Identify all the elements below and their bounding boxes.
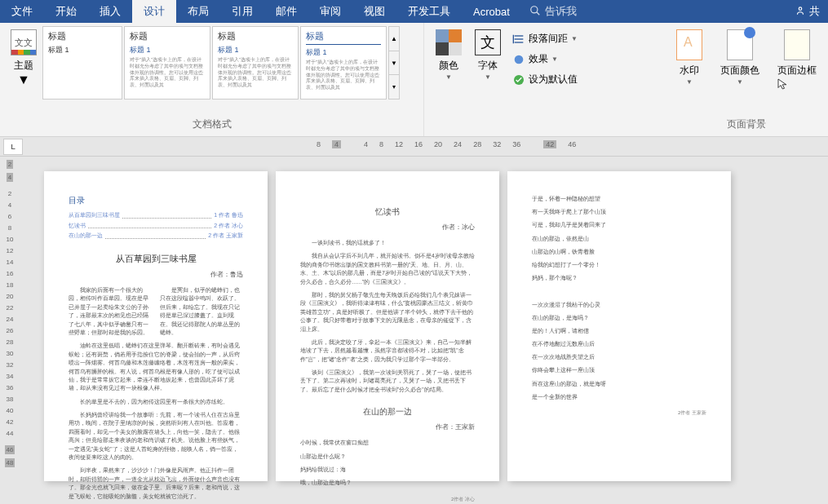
gallery-more-icon[interactable]: ▾ [389,75,399,99]
search-icon [529,5,541,19]
article-author: 作者：鲁迅 [69,270,243,280]
tab-insert[interactable]: 插入 [88,0,132,23]
doc-format-group-label: 文档格式 [5,116,418,133]
ruler-tick: 16 [414,140,423,148]
share-button[interactable]: 共 [786,4,828,19]
ruler-tick: 16 [7,270,14,277]
ruler-tick: 28 [7,338,14,346]
vertical-ruler[interactable]: 2424681012141618202224262830323436384042… [0,157,20,504]
tab-home[interactable]: 开始 [44,0,88,23]
set-default-button[interactable]: 设为默认值 [507,70,582,89]
ruler-tick: 28 [473,140,481,148]
paragraph-spacing-button[interactable]: 段落间距 ▼ [507,29,582,48]
chevron-down-icon: ▼ [737,78,743,86]
tab-file[interactable]: 文件 [0,0,44,23]
page-border-button[interactable]: 页面边框 [771,26,823,81]
colors-icon [436,29,462,55]
horizontal-ruler[interactable]: L 8448121620242832364246 [0,137,828,157]
tell-me-search[interactable]: 告诉我 [521,4,585,19]
ruler-tick: 26 [7,327,14,334]
ruler-tick: 2 [7,160,13,169]
page-bg-group-label: 页面背景 [670,116,823,133]
page-color-icon [727,29,753,60]
chevron-down-icon: ▼ [485,73,491,81]
themes-button[interactable]: 文文 主题 ▼ [5,26,42,87]
page-color-button[interactable]: 页面颜色 ▼ [714,26,766,89]
tab-design[interactable]: 设计 [132,0,176,23]
style-gallery[interactable]: 标题 标题 1 标题 标题 1 对于"插入"选项卡上的库，在设计时都充分考虑了其… [42,26,418,99]
poem-line: 可是，我却几乎是哭着回来了 [532,220,706,229]
ruler-tick: 12 [7,247,14,254]
ruler-tick: 40 [7,407,14,414]
toc-entry: 从百草园到三味书屋1 作者 鲁迅 [69,211,243,220]
ruler-tick: 18 [7,281,14,289]
style-item-3[interactable]: 标题 标题 1 对于"插入"选项卡上的库，在设计时都充分考虑了其中的项与文档整体… [212,26,299,99]
chevron-down-icon: ▼ [17,73,30,87]
page-1[interactable]: 目录 从百草园到三味书屋1 作者 鲁迅忆读书2 作者 冰心在山的那一边2 作者 … [44,171,268,481]
toc-title: 目录 [69,194,243,206]
ruler-tick: 46 [568,140,576,148]
chevron-down-icon: ▼ [551,55,558,63]
article-title: 忆读书 [300,206,475,218]
ruler-corner[interactable]: L [3,139,23,155]
tab-mailings[interactable]: 邮件 [264,0,308,23]
cursor-icon [776,77,790,91]
style-item-1[interactable]: 标题 标题 1 [42,26,122,99]
poem-line: 在一次次地战胜失望之后 [532,352,706,361]
ruler-tick: 8 [8,224,11,232]
tab-view[interactable]: 视图 [352,0,396,23]
colors-button[interactable]: 颜色 ▼ [429,26,468,84]
effects-button[interactable]: 效果 ▼ [507,50,582,69]
ruler-tick: 48 [5,458,15,467]
article-author: 作者：王家新 [300,422,475,432]
poem-line: 妈妈，那个海呢？ [532,273,706,282]
tab-layout[interactable]: 布局 [176,0,220,23]
ruler-tick: 2 [8,190,11,197]
toc-list: 从百草园到三味书屋1 作者 鲁迅忆读书2 作者 冰心在山的那一边2 作者 王家新 [69,211,243,241]
tab-acrobat[interactable]: Acrobat [462,0,521,23]
page-border-icon [784,29,810,60]
document-pages[interactable]: 目录 从百草园到三味书屋1 作者 鲁迅忆读书2 作者 冰心在山的那一边2 作者 … [20,157,828,504]
themes-label: 主题 [14,59,33,73]
ruler-tick: 30 [7,350,14,357]
poem-line: 有一天我终于爬上了那个山顶 [532,207,706,216]
share-label: 共 [809,4,820,19]
svg-point-2 [799,7,802,9]
ruler-tick: 8 [379,140,383,148]
article-title: 在山的那一边 [300,405,475,418]
article-title: 从百草园到三味书屋 [69,252,243,266]
style-item-4[interactable]: 标题 标题 1 对于"插入"选项卡上的库，在设计时都充分考虑了其中的项与文档整体… [300,26,387,99]
ruler-tick: 4 [8,201,11,209]
tab-review[interactable]: 审阅 [308,0,352,23]
watermark-button[interactable]: 水印 ▼ [670,26,709,89]
poem-line [532,286,706,295]
toc-entry: 在山的那一边2 作者 王家新 [69,232,243,241]
fonts-button[interactable]: 文 字体 ▼ [468,26,507,84]
ruler-tick: 42 [7,418,14,426]
scroll-down-icon[interactable]: ▼ [389,51,399,76]
share-icon [795,5,806,19]
page-3[interactable]: 于是，怀着一种隐秘的想望有一天我终于爬上了那个山顶可是，我却几乎是哭着回来了在山… [507,171,731,481]
chevron-down-icon: ▼ [445,73,452,81]
poem-line: 山那边的山啊，铁青着脸 [532,247,706,256]
poem-line: 而在这座山的那边，就是海呀 [532,379,706,388]
tell-me-label: 告诉我 [545,4,577,19]
effects-icon [512,53,525,66]
ruler-tick: 34 [7,373,14,380]
ruler-tick: 46 [5,445,15,454]
scroll-up-icon[interactable]: ▲ [389,27,399,51]
style-item-2[interactable]: 标题 标题 1 对于"插入"选项卡上的库，在设计时都充分考虑了其中的项与文档整体… [124,26,210,99]
poem-line: 是的！人们啊，请相信 [532,326,706,335]
ruler-tick: 4 [332,140,341,148]
ruler-tick: 4 [364,140,368,148]
page-2[interactable]: 忆读书 作者：冰心 一谈到读书，我的话就多了！ 我自从会认字后不到几年，就开始读… [276,171,499,481]
poem-line: 给我的幻想打了一个零分！ [532,260,706,269]
ruler-tick: 44 [7,430,14,437]
tab-references[interactable]: 引用 [220,0,264,23]
ribbon-content: 文文 主题 ▼ 标题 标题 1 标题 标题 1 对于"插入"选项卡上的库，在设计… [0,23,828,137]
ruler-tick: 20 [7,293,14,300]
poem-line: 于是，怀着一种隐秘的想望 [532,194,706,203]
tab-devtools[interactable]: 开发工具 [396,0,462,23]
gallery-scroll[interactable]: ▲ ▼ ▾ [388,26,400,99]
poem-line: 在山的那边，是海吗？ [532,313,706,322]
